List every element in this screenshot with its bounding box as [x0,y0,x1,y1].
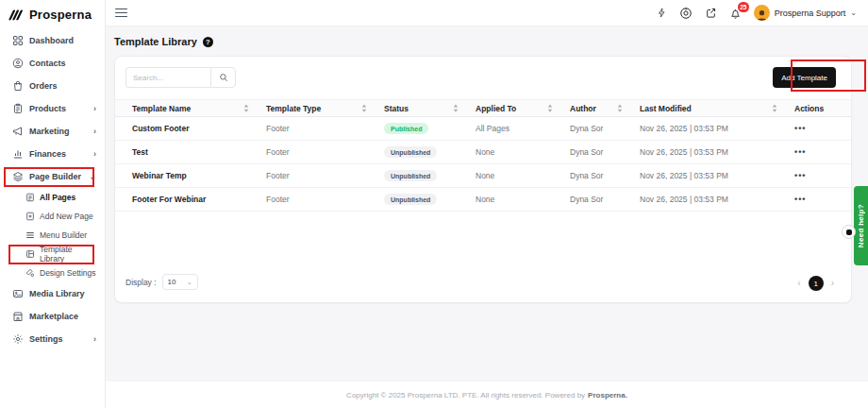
templates-table: Template Name Template Type Status Appli… [115,99,851,212]
table-row[interactable]: Custom Footer Footer Published All Pages… [115,117,851,141]
sidebar-item-label: Add New Page [40,212,93,221]
sidebar-item-label: Products [29,104,66,113]
page-title-row: Template Library ? [114,36,213,47]
footer-brand-link[interactable]: Prosperna. [588,391,627,400]
cell-author: Dyna Sor [570,147,640,157]
sort-icon[interactable] [243,104,249,112]
search-group [125,67,236,88]
need-help-label: Need help? [857,204,865,247]
sidebar-item-settings[interactable]: Settings › [0,328,105,350]
sidebar-item-label: Dashboard [29,36,74,45]
notification-badge: 25 [738,2,749,12]
sidebar-item-contacts[interactable]: Contacts [0,52,105,75]
sidebar-item-all-pages[interactable]: All Pages [0,188,105,207]
search-icon [219,73,228,82]
table-row[interactable]: Webinar Temp Footer Unpublished None Dyn… [115,164,851,188]
sidebar-item-menu-builder[interactable]: Menu Builder [0,226,105,245]
design-icon [25,268,35,279]
document-plus-icon [25,212,35,222]
top-header: 25 Prosperna Support ⌄ [106,0,868,26]
sidebar: Prosperna Dashboard Contacts Orders Prod… [0,0,106,408]
sidebar-item-label: Contacts [29,59,66,68]
brand-name: Prosperna [29,8,92,22]
column-header-template-type[interactable]: Template Type [266,104,384,113]
sidebar-item-label: Marketplace [29,312,78,321]
need-help-tab[interactable]: Need help? [854,186,868,265]
sidebar-item-marketing[interactable]: Marketing › [0,120,105,143]
disc-icon[interactable] [679,7,693,20]
sidebar-item-template-library[interactable]: Template Library [0,245,105,264]
previous-page-button[interactable]: ‹ [797,279,800,288]
page-title: Template Library [114,36,197,47]
help-icon[interactable]: ? [203,37,213,47]
external-link-icon[interactable] [705,7,717,19]
sort-icon[interactable] [617,104,623,112]
cell-applied-to: None [476,195,570,204]
user-name: Prosperna Support [775,8,846,18]
sidebar-item-marketplace[interactable]: Marketplace [0,305,105,328]
sort-icon[interactable] [453,104,459,112]
cell-last-modified: Nov 26, 2025 | 03:53 PM [640,195,794,204]
column-header-status[interactable]: Status [384,104,476,113]
column-header-applied-to[interactable]: Applied To [476,104,570,113]
table-row[interactable]: Test Footer Unpublished None Dyna Sor No… [115,141,851,164]
clipboard-icon [11,103,24,115]
sidebar-item-dashboard[interactable]: Dashboard [0,29,105,52]
page-size-value: 10 [168,278,176,286]
page-number-button[interactable]: 1 [809,276,824,291]
chevron-down-icon: ⌄ [89,173,96,181]
chat-launcher-icon[interactable] [842,225,856,239]
header-actions: 25 Prosperna Support ⌄ [657,5,868,21]
page-size-select[interactable]: 10 ⌄ [162,274,198,290]
search-button[interactable] [210,67,236,88]
bell-icon[interactable]: 25 [729,7,742,20]
add-template-button[interactable]: Add Template [773,67,836,88]
sidebar-item-media-library[interactable]: Media Library [0,282,105,305]
sidebar-item-label: Finances [29,149,66,159]
status-badge: Unpublished [384,146,437,158]
column-header-author[interactable]: Author [570,104,640,113]
chevron-right-icon: › [93,128,96,136]
avatar [754,5,770,21]
status-badge: Unpublished [384,194,437,205]
cell-last-modified: Nov 26, 2025 | 03:53 PM [640,171,794,180]
sidebar-item-label: Template Library [40,245,96,264]
sidebar-item-add-new-page[interactable]: Add New Page [0,207,105,226]
lightning-icon[interactable] [657,7,667,19]
sidebar-item-design-settings[interactable]: Design Settings [0,264,105,282]
status-badge: Published [384,123,428,134]
sidebar-item-page-builder[interactable]: Page Builder ⌄ [0,165,105,188]
column-header-template-name[interactable]: Template Name [132,104,266,113]
search-input[interactable] [125,67,210,88]
menu-lines-icon [25,230,35,241]
table-row[interactable]: Footer For Webinar Footer Unpublished No… [115,188,851,212]
sidebar-item-finances[interactable]: Finances › [0,143,105,165]
chevron-right-icon: › [93,335,96,344]
row-actions-menu-icon[interactable]: ••• [794,171,851,180]
shopping-bag-icon [11,80,24,93]
template-icon [25,249,35,260]
row-actions-menu-icon[interactable]: ••• [794,195,851,204]
column-header-last-modified[interactable]: Last Modified [640,104,794,113]
user-menu[interactable]: Prosperna Support ⌄ [754,5,857,21]
main-content: Template Library ? Add Template Template… [106,26,868,382]
brand-logo[interactable]: Prosperna [0,0,105,23]
gear-icon [11,333,24,346]
sidebar-item-products[interactable]: Products › [0,97,105,120]
cell-last-modified: Nov 26, 2025 | 03:53 PM [640,124,794,133]
cell-template-type: Footer [266,147,384,157]
sidebar-item-orders[interactable]: Orders [0,75,105,97]
sort-icon[interactable] [547,104,553,112]
row-actions-menu-icon[interactable]: ••• [794,124,851,133]
sort-icon[interactable] [361,104,367,112]
row-actions-menu-icon[interactable]: ••• [794,147,851,157]
hamburger-menu-icon[interactable] [115,8,127,18]
sidebar-item-label: Settings [29,334,63,344]
bar-chart-icon [11,148,24,161]
prosperna-logo-icon [8,8,25,22]
layers-icon [11,171,24,183]
image-icon [11,288,24,300]
sidebar-item-label: Design Settings [40,268,96,278]
next-page-button[interactable]: › [831,279,834,288]
sort-icon[interactable] [772,104,777,112]
